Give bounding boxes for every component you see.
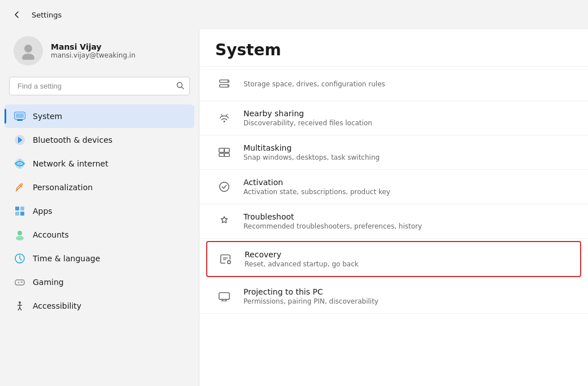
- settings-item-nearby-desc: Discoverability, received files location: [243, 119, 372, 127]
- sidebar-item-label-apps: Apps: [33, 207, 185, 216]
- settings-item-activation-desc: Activation state, subscriptions, product…: [243, 188, 390, 196]
- gaming-icon: [14, 276, 26, 288]
- settings-item-troubleshoot-text: Troubleshoot Recommended troubleshooters…: [243, 212, 422, 230]
- personalization-icon: [14, 181, 26, 194]
- sidebar-item-label-gaming: Gaming: [33, 278, 185, 287]
- settings-item-troubleshoot-title: Troubleshoot: [243, 212, 422, 221]
- storage-icon: [215, 74, 233, 93]
- svg-point-37: [220, 182, 229, 192]
- nearby-sharing-icon: [215, 109, 233, 127]
- settings-item-storage-partial[interactable]: Storage space, drives, configuration rul…: [199, 66, 588, 101]
- sidebar-item-network[interactable]: Network & internet: [5, 152, 194, 176]
- search-box: [9, 77, 190, 95]
- sidebar-item-bluetooth[interactable]: Bluetooth & devices: [5, 128, 194, 152]
- settings-item-recovery-desc: Reset, advanced startup, go back: [245, 260, 359, 268]
- content-area: System Storage space, drives, configurat…: [199, 29, 588, 386]
- avatar: [14, 36, 43, 65]
- settings-item-projecting-text: Projecting to this PC Permissions, pairi…: [243, 287, 378, 305]
- back-button[interactable]: [9, 7, 25, 23]
- multitasking-icon: [215, 143, 233, 161]
- sidebar-item-gaming[interactable]: Gaming: [5, 270, 194, 294]
- svg-line-27: [20, 308, 21, 310]
- sidebar-item-accounts[interactable]: Accounts: [5, 223, 194, 247]
- svg-rect-7: [16, 113, 24, 118]
- search-input[interactable]: [9, 77, 190, 95]
- settings-item-activation-title: Activation: [243, 178, 390, 187]
- user-profile[interactable]: Mansi Vijay mansi.vijay@tweaking.in: [5, 29, 194, 77]
- sidebar-item-system[interactable]: System: [5, 104, 194, 128]
- svg-rect-38: [219, 293, 229, 300]
- settings-item-activation-text: Activation Activation state, subscriptio…: [243, 178, 390, 196]
- svg-rect-13: [15, 212, 19, 216]
- settings-item-recovery[interactable]: Recovery Reset, advanced startup, go bac…: [206, 241, 581, 277]
- settings-item-multitasking-text: Multitasking Snap windows, desktops, tas…: [243, 143, 380, 161]
- user-name: Mansi Vijay: [51, 42, 136, 51]
- sidebar-item-label-system: System: [33, 112, 185, 121]
- svg-point-31: [228, 85, 229, 86]
- sidebar-item-label-accounts: Accounts: [33, 230, 185, 239]
- sidebar-item-personalization[interactable]: Personalization: [5, 176, 194, 199]
- svg-rect-34: [224, 148, 229, 152]
- svg-point-1: [22, 54, 34, 60]
- bluetooth-icon: [14, 134, 26, 146]
- accounts-icon: [14, 229, 26, 241]
- projecting-icon: [215, 287, 233, 305]
- settings-item-projecting-title: Projecting to this PC: [243, 287, 378, 296]
- settings-item-projecting-desc: Permissions, pairing PIN, discoverabilit…: [243, 297, 378, 305]
- svg-rect-36: [224, 153, 229, 157]
- svg-point-15: [18, 231, 22, 235]
- sidebar-item-label-bluetooth: Bluetooth & devices: [33, 135, 185, 144]
- sidebar-nav: System Bluetooth & devices: [5, 104, 194, 318]
- settings-item-nearby-title: Nearby sharing: [243, 109, 372, 118]
- settings-item-nearby-text: Nearby sharing Discoverability, received…: [243, 109, 372, 127]
- svg-rect-5: [17, 120, 23, 121]
- settings-item-troubleshoot[interactable]: Troubleshoot Recommended troubleshooters…: [199, 204, 588, 239]
- user-info: Mansi Vijay mansi.vijay@tweaking.in: [51, 42, 136, 59]
- sidebar-item-timelanguage[interactable]: Time & language: [5, 247, 194, 270]
- settings-item-multitasking[interactable]: Multitasking Snap windows, desktops, tas…: [199, 135, 588, 170]
- sidebar-item-label-personalization: Personalization: [33, 183, 185, 192]
- settings-item-storage-desc: Storage space, drives, configuration rul…: [243, 80, 385, 88]
- settings-item-recovery-title: Recovery: [245, 250, 359, 259]
- title-bar: Settings: [0, 0, 588, 29]
- accessibility-icon: [14, 300, 26, 312]
- svg-point-32: [224, 121, 225, 122]
- app-title: Settings: [32, 11, 62, 19]
- sidebar-item-label-accessibility: Accessibility: [33, 301, 185, 310]
- settings-list: Storage space, drives, configuration rul…: [199, 66, 588, 314]
- sidebar: Mansi Vijay mansi.vijay@tweaking.in: [0, 29, 199, 386]
- svg-line-3: [182, 87, 184, 89]
- user-email: mansi.vijay@tweaking.in: [51, 51, 136, 59]
- settings-item-activation[interactable]: Activation Activation state, subscriptio…: [199, 170, 588, 204]
- system-icon: [14, 110, 26, 122]
- network-icon: [14, 157, 26, 170]
- settings-item-recovery-text: Recovery Reset, advanced startup, go bac…: [245, 250, 359, 268]
- svg-point-16: [16, 236, 24, 240]
- sidebar-item-accessibility[interactable]: Accessibility: [5, 294, 194, 318]
- svg-rect-14: [20, 212, 24, 216]
- settings-item-nearby-sharing[interactable]: Nearby sharing Discoverability, received…: [199, 101, 588, 135]
- svg-point-0: [24, 45, 32, 52]
- svg-rect-11: [15, 207, 19, 210]
- page-title: System: [199, 29, 588, 66]
- settings-item-multitasking-desc: Snap windows, desktops, task switching: [243, 153, 380, 161]
- settings-item-multitasking-title: Multitasking: [243, 143, 380, 152]
- svg-point-23: [19, 301, 21, 304]
- settings-item-projecting[interactable]: Projecting to this PC Permissions, pairi…: [199, 279, 588, 314]
- activation-icon: [215, 178, 233, 196]
- svg-rect-18: [15, 280, 24, 285]
- svg-point-21: [21, 282, 22, 283]
- recovery-icon: [216, 250, 234, 268]
- svg-rect-12: [20, 207, 24, 210]
- sidebar-item-label-network: Network & internet: [33, 159, 185, 168]
- svg-point-30: [228, 81, 229, 82]
- svg-line-26: [18, 308, 20, 310]
- svg-rect-33: [219, 148, 224, 152]
- sidebar-item-label-timelanguage: Time & language: [33, 254, 185, 263]
- settings-item-storage-text: Storage space, drives, configuration rul…: [243, 79, 385, 88]
- settings-item-troubleshoot-desc: Recommended troubleshooters, preferences…: [243, 222, 422, 230]
- apps-icon: [14, 205, 26, 217]
- timelanguage-icon: [14, 252, 26, 265]
- sidebar-item-apps[interactable]: Apps: [5, 199, 194, 223]
- main-layout: Mansi Vijay mansi.vijay@tweaking.in: [0, 29, 588, 386]
